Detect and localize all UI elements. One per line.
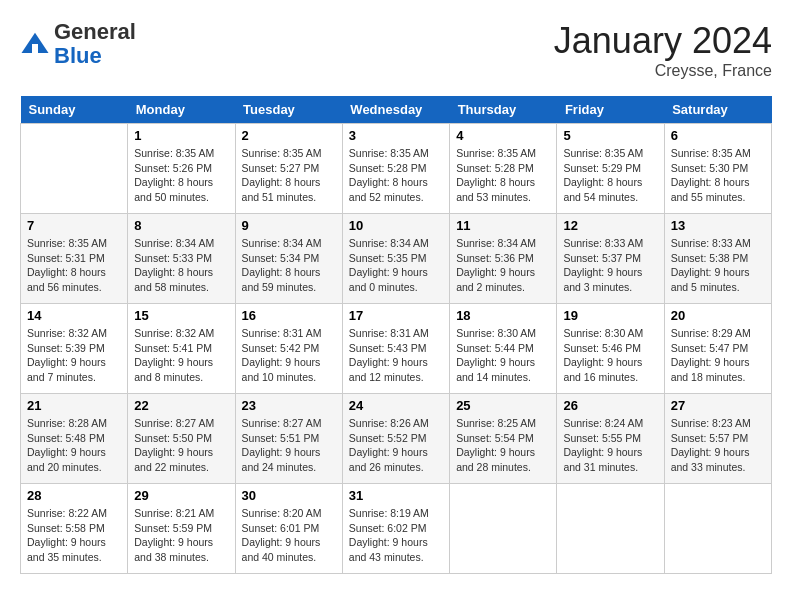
- calendar-cell: [557, 484, 664, 574]
- day-number: 22: [134, 398, 228, 413]
- calendar-cell: 30Sunrise: 8:20 AM Sunset: 6:01 PM Dayli…: [235, 484, 342, 574]
- weekday-header-wednesday: Wednesday: [342, 96, 449, 124]
- day-info: Sunrise: 8:31 AM Sunset: 5:43 PM Dayligh…: [349, 326, 443, 385]
- day-number: 12: [563, 218, 657, 233]
- day-info: Sunrise: 8:24 AM Sunset: 5:55 PM Dayligh…: [563, 416, 657, 475]
- weekday-row: SundayMondayTuesdayWednesdayThursdayFrid…: [21, 96, 772, 124]
- calendar-cell: [450, 484, 557, 574]
- calendar-cell: [21, 124, 128, 214]
- day-info: Sunrise: 8:27 AM Sunset: 5:51 PM Dayligh…: [242, 416, 336, 475]
- calendar-cell: 12Sunrise: 8:33 AM Sunset: 5:37 PM Dayli…: [557, 214, 664, 304]
- calendar-cell: 1Sunrise: 8:35 AM Sunset: 5:26 PM Daylig…: [128, 124, 235, 214]
- day-info: Sunrise: 8:34 AM Sunset: 5:33 PM Dayligh…: [134, 236, 228, 295]
- calendar-cell: 23Sunrise: 8:27 AM Sunset: 5:51 PM Dayli…: [235, 394, 342, 484]
- day-number: 9: [242, 218, 336, 233]
- day-number: 16: [242, 308, 336, 323]
- day-info: Sunrise: 8:22 AM Sunset: 5:58 PM Dayligh…: [27, 506, 121, 565]
- calendar-cell: 10Sunrise: 8:34 AM Sunset: 5:35 PM Dayli…: [342, 214, 449, 304]
- day-number: 21: [27, 398, 121, 413]
- logo: General Blue: [20, 20, 136, 68]
- weekday-header-friday: Friday: [557, 96, 664, 124]
- day-info: Sunrise: 8:35 AM Sunset: 5:28 PM Dayligh…: [349, 146, 443, 205]
- calendar-table: SundayMondayTuesdayWednesdayThursdayFrid…: [20, 96, 772, 574]
- calendar-cell: 6Sunrise: 8:35 AM Sunset: 5:30 PM Daylig…: [664, 124, 771, 214]
- weekday-header-thursday: Thursday: [450, 96, 557, 124]
- day-number: 6: [671, 128, 765, 143]
- day-number: 10: [349, 218, 443, 233]
- title-block: January 2024 Creysse, France: [554, 20, 772, 80]
- day-info: Sunrise: 8:35 AM Sunset: 5:28 PM Dayligh…: [456, 146, 550, 205]
- week-row-1: 1Sunrise: 8:35 AM Sunset: 5:26 PM Daylig…: [21, 124, 772, 214]
- day-info: Sunrise: 8:35 AM Sunset: 5:30 PM Dayligh…: [671, 146, 765, 205]
- day-info: Sunrise: 8:20 AM Sunset: 6:01 PM Dayligh…: [242, 506, 336, 565]
- day-info: Sunrise: 8:32 AM Sunset: 5:39 PM Dayligh…: [27, 326, 121, 385]
- week-row-2: 7Sunrise: 8:35 AM Sunset: 5:31 PM Daylig…: [21, 214, 772, 304]
- day-info: Sunrise: 8:34 AM Sunset: 5:35 PM Dayligh…: [349, 236, 443, 295]
- logo-general: General: [54, 19, 136, 44]
- week-row-3: 14Sunrise: 8:32 AM Sunset: 5:39 PM Dayli…: [21, 304, 772, 394]
- calendar-cell: 24Sunrise: 8:26 AM Sunset: 5:52 PM Dayli…: [342, 394, 449, 484]
- calendar-cell: 8Sunrise: 8:34 AM Sunset: 5:33 PM Daylig…: [128, 214, 235, 304]
- day-number: 24: [349, 398, 443, 413]
- day-info: Sunrise: 8:35 AM Sunset: 5:27 PM Dayligh…: [242, 146, 336, 205]
- day-info: Sunrise: 8:19 AM Sunset: 6:02 PM Dayligh…: [349, 506, 443, 565]
- calendar-body: 1Sunrise: 8:35 AM Sunset: 5:26 PM Daylig…: [21, 124, 772, 574]
- day-info: Sunrise: 8:31 AM Sunset: 5:42 PM Dayligh…: [242, 326, 336, 385]
- day-number: 14: [27, 308, 121, 323]
- day-info: Sunrise: 8:32 AM Sunset: 5:41 PM Dayligh…: [134, 326, 228, 385]
- weekday-header-saturday: Saturday: [664, 96, 771, 124]
- calendar-cell: 13Sunrise: 8:33 AM Sunset: 5:38 PM Dayli…: [664, 214, 771, 304]
- calendar-cell: 5Sunrise: 8:35 AM Sunset: 5:29 PM Daylig…: [557, 124, 664, 214]
- calendar-cell: 17Sunrise: 8:31 AM Sunset: 5:43 PM Dayli…: [342, 304, 449, 394]
- day-number: 20: [671, 308, 765, 323]
- day-info: Sunrise: 8:35 AM Sunset: 5:26 PM Dayligh…: [134, 146, 228, 205]
- day-info: Sunrise: 8:30 AM Sunset: 5:44 PM Dayligh…: [456, 326, 550, 385]
- calendar-cell: 9Sunrise: 8:34 AM Sunset: 5:34 PM Daylig…: [235, 214, 342, 304]
- logo-icon: [20, 29, 50, 59]
- day-info: Sunrise: 8:28 AM Sunset: 5:48 PM Dayligh…: [27, 416, 121, 475]
- week-row-4: 21Sunrise: 8:28 AM Sunset: 5:48 PM Dayli…: [21, 394, 772, 484]
- logo-blue: Blue: [54, 43, 102, 68]
- day-number: 25: [456, 398, 550, 413]
- day-info: Sunrise: 8:25 AM Sunset: 5:54 PM Dayligh…: [456, 416, 550, 475]
- day-number: 2: [242, 128, 336, 143]
- day-number: 23: [242, 398, 336, 413]
- day-number: 30: [242, 488, 336, 503]
- calendar-cell: 26Sunrise: 8:24 AM Sunset: 5:55 PM Dayli…: [557, 394, 664, 484]
- day-info: Sunrise: 8:21 AM Sunset: 5:59 PM Dayligh…: [134, 506, 228, 565]
- calendar-cell: 18Sunrise: 8:30 AM Sunset: 5:44 PM Dayli…: [450, 304, 557, 394]
- day-number: 19: [563, 308, 657, 323]
- svg-rect-1: [32, 44, 38, 53]
- day-number: 31: [349, 488, 443, 503]
- calendar-cell: 22Sunrise: 8:27 AM Sunset: 5:50 PM Dayli…: [128, 394, 235, 484]
- page-header: General Blue January 2024 Creysse, Franc…: [20, 20, 772, 80]
- weekday-header-monday: Monday: [128, 96, 235, 124]
- day-info: Sunrise: 8:29 AM Sunset: 5:47 PM Dayligh…: [671, 326, 765, 385]
- day-number: 8: [134, 218, 228, 233]
- calendar-header: SundayMondayTuesdayWednesdayThursdayFrid…: [21, 96, 772, 124]
- day-info: Sunrise: 8:27 AM Sunset: 5:50 PM Dayligh…: [134, 416, 228, 475]
- calendar-cell: 20Sunrise: 8:29 AM Sunset: 5:47 PM Dayli…: [664, 304, 771, 394]
- day-number: 1: [134, 128, 228, 143]
- day-number: 7: [27, 218, 121, 233]
- day-info: Sunrise: 8:35 AM Sunset: 5:29 PM Dayligh…: [563, 146, 657, 205]
- day-number: 26: [563, 398, 657, 413]
- week-row-5: 28Sunrise: 8:22 AM Sunset: 5:58 PM Dayli…: [21, 484, 772, 574]
- day-number: 13: [671, 218, 765, 233]
- logo-text: General Blue: [54, 20, 136, 68]
- calendar-cell: 31Sunrise: 8:19 AM Sunset: 6:02 PM Dayli…: [342, 484, 449, 574]
- location: Creysse, France: [554, 62, 772, 80]
- day-number: 29: [134, 488, 228, 503]
- calendar-cell: 19Sunrise: 8:30 AM Sunset: 5:46 PM Dayli…: [557, 304, 664, 394]
- day-number: 3: [349, 128, 443, 143]
- day-number: 5: [563, 128, 657, 143]
- day-number: 28: [27, 488, 121, 503]
- day-info: Sunrise: 8:30 AM Sunset: 5:46 PM Dayligh…: [563, 326, 657, 385]
- calendar-cell: 16Sunrise: 8:31 AM Sunset: 5:42 PM Dayli…: [235, 304, 342, 394]
- calendar-cell: 21Sunrise: 8:28 AM Sunset: 5:48 PM Dayli…: [21, 394, 128, 484]
- day-info: Sunrise: 8:26 AM Sunset: 5:52 PM Dayligh…: [349, 416, 443, 475]
- day-number: 27: [671, 398, 765, 413]
- calendar-cell: 28Sunrise: 8:22 AM Sunset: 5:58 PM Dayli…: [21, 484, 128, 574]
- day-number: 4: [456, 128, 550, 143]
- calendar-cell: 11Sunrise: 8:34 AM Sunset: 5:36 PM Dayli…: [450, 214, 557, 304]
